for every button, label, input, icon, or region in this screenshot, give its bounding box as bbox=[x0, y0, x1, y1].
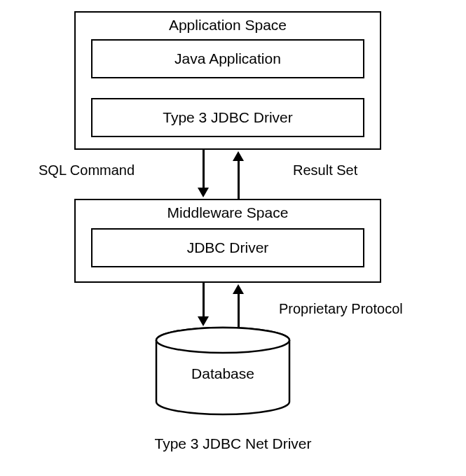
arrow-down-1-head bbox=[198, 188, 209, 197]
arrow-down-2-line bbox=[203, 283, 205, 318]
svg-point-1 bbox=[156, 328, 289, 353]
java-application-box: Java Application bbox=[91, 39, 364, 78]
middleware-space-box: Middleware Space JDBC Driver bbox=[74, 199, 381, 283]
result-set-label: Result Set bbox=[293, 162, 357, 178]
proprietary-protocol-label: Proprietary Protocol bbox=[279, 301, 403, 317]
jdbc-driver-box: JDBC Driver bbox=[91, 228, 364, 267]
java-application-label: Java Application bbox=[174, 50, 281, 67]
type3-driver-label: Type 3 JDBC Driver bbox=[163, 109, 293, 126]
database-cylinder: Database bbox=[153, 326, 293, 417]
diagram-caption: Type 3 JDBC Net Driver bbox=[0, 435, 466, 452]
middleware-space-title: Middleware Space bbox=[76, 204, 380, 221]
arrow-up-2-line bbox=[238, 293, 240, 328]
arrow-up-1-head bbox=[233, 151, 244, 161]
type3-driver-box: Type 3 JDBC Driver bbox=[91, 98, 364, 137]
database-label: Database bbox=[153, 365, 293, 382]
application-space-box: Application Space Java Application Type … bbox=[74, 11, 381, 150]
sql-command-label: SQL Command bbox=[39, 162, 135, 178]
jdbc-driver-label: JDBC Driver bbox=[187, 239, 269, 256]
application-space-title: Application Space bbox=[76, 17, 380, 34]
arrow-up-2-head bbox=[233, 284, 244, 294]
arrow-up-1-line bbox=[238, 160, 240, 199]
arrow-down-1-line bbox=[203, 150, 205, 189]
arrow-down-2-head bbox=[198, 316, 209, 326]
